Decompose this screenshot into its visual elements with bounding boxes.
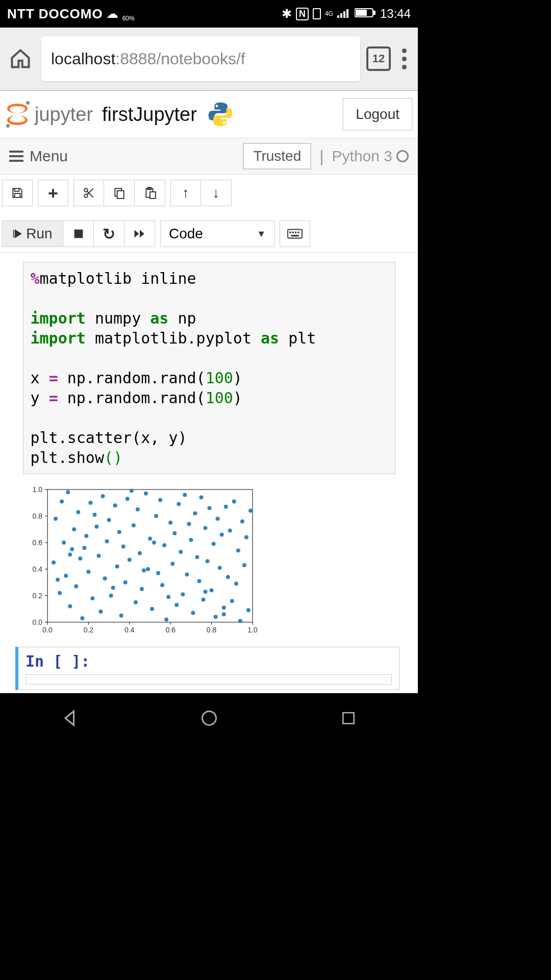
logout-button[interactable]: Logout <box>342 98 413 131</box>
svg-point-47 <box>60 499 64 503</box>
svg-point-66 <box>103 576 107 580</box>
code-input[interactable]: %matplotlib inline import numpy as np im… <box>23 262 395 474</box>
move-up-button[interactable]: ↑ <box>170 180 201 206</box>
empty-code-input[interactable] <box>26 674 392 684</box>
kernel-idle-icon <box>396 150 409 162</box>
svg-point-52 <box>70 547 74 551</box>
svg-point-135 <box>129 489 133 493</box>
url-rest: :8888/notebooks/f <box>115 50 245 68</box>
svg-point-134 <box>111 585 115 590</box>
vibrate-icon <box>313 8 321 19</box>
home-button[interactable] <box>6 44 35 73</box>
svg-point-83 <box>143 492 147 496</box>
svg-point-126 <box>238 619 242 623</box>
add-cell-button[interactable]: + <box>38 180 68 206</box>
svg-point-144 <box>202 712 216 725</box>
svg-point-114 <box>213 615 217 619</box>
browser-bar: localhost:8888/notebooks/f 12 <box>0 28 418 91</box>
svg-point-133 <box>92 512 96 517</box>
svg-text:0.4: 0.4 <box>32 565 42 573</box>
signal-icon <box>337 7 350 21</box>
svg-point-136 <box>141 569 145 573</box>
run-button[interactable]: Run <box>2 220 63 247</box>
svg-point-61 <box>90 596 94 600</box>
toolbar: + ↑ ↓ Run <box>0 175 418 253</box>
svg-point-139 <box>187 522 191 526</box>
svg-text:0.8: 0.8 <box>206 626 216 634</box>
code-cell[interactable]: %matplotlib inline import numpy as np im… <box>23 262 395 638</box>
svg-point-58 <box>84 534 88 538</box>
svg-rect-15 <box>292 232 294 233</box>
paste-button[interactable] <box>135 180 165 206</box>
bluetooth-icon: ✱ <box>282 7 292 21</box>
svg-point-124 <box>234 582 238 586</box>
empty-code-cell[interactable]: In [ ]: <box>15 647 399 690</box>
svg-rect-1 <box>356 10 367 16</box>
notebook-title[interactable]: firstJupyter <box>102 104 197 126</box>
trusted-button[interactable]: Trusted <box>243 143 311 169</box>
menu-button[interactable]: Menu <box>9 148 68 165</box>
menubar: Menu Trusted | Python 3 <box>0 138 418 175</box>
svg-point-113 <box>211 542 215 546</box>
restart-button[interactable]: ↻ <box>94 220 124 247</box>
address-bar[interactable]: localhost:8888/notebooks/f <box>41 36 360 81</box>
svg-text:1.0: 1.0 <box>32 485 42 494</box>
svg-point-96 <box>174 603 179 607</box>
svg-point-103 <box>191 611 195 615</box>
svg-point-116 <box>217 566 221 570</box>
svg-point-121 <box>228 529 232 533</box>
status-bar: NTT DOCOMO ☁ 60% ✱ N 4G 13:44 <box>0 0 418 28</box>
back-button[interactable] <box>59 707 81 729</box>
carrier-label: NTT DOCOMO <box>7 6 103 22</box>
overflow-menu-button[interactable] <box>397 43 412 75</box>
notebook-header: jupyter firstJupyter Logout <box>0 91 418 138</box>
svg-point-49 <box>64 574 68 578</box>
svg-point-98 <box>179 550 183 554</box>
svg-point-127 <box>240 519 244 523</box>
svg-point-118 <box>221 605 226 609</box>
url-host: localhost <box>51 50 115 68</box>
celltype-select[interactable]: Code ▼ <box>160 220 274 247</box>
home-nav-button[interactable] <box>198 707 220 729</box>
svg-point-130 <box>246 608 250 612</box>
battery-icon <box>355 7 376 21</box>
svg-point-44 <box>52 560 56 565</box>
restart-run-all-button[interactable] <box>124 220 155 247</box>
svg-point-50 <box>66 490 70 494</box>
svg-point-111 <box>207 506 211 510</box>
weather-percent: 60% <box>122 15 135 22</box>
svg-point-64 <box>98 609 103 614</box>
svg-point-115 <box>215 517 219 521</box>
svg-point-137 <box>152 541 156 545</box>
svg-text:0.0: 0.0 <box>32 618 42 626</box>
svg-point-129 <box>244 535 248 540</box>
jupyter-logo[interactable]: jupyter <box>5 102 93 127</box>
save-button[interactable] <box>2 180 33 206</box>
hamburger-icon <box>9 151 23 162</box>
svg-rect-19 <box>47 489 253 622</box>
copy-button[interactable] <box>104 180 135 206</box>
svg-point-3 <box>216 105 218 107</box>
interrupt-button[interactable] <box>63 220 94 247</box>
svg-rect-16 <box>295 232 296 233</box>
svg-point-51 <box>68 604 72 608</box>
svg-point-48 <box>62 541 66 545</box>
svg-point-91 <box>162 543 166 547</box>
svg-point-63 <box>96 554 101 558</box>
cell-prompt: In [ ]: <box>26 652 392 670</box>
svg-point-59 <box>86 570 90 574</box>
svg-point-73 <box>119 614 123 618</box>
svg-point-65 <box>101 494 105 498</box>
recents-button[interactable] <box>338 707 359 729</box>
cut-button[interactable] <box>73 180 104 206</box>
move-down-button[interactable]: ↓ <box>201 180 232 206</box>
kernel-indicator[interactable]: Python 3 <box>332 148 409 165</box>
svg-text:0.6: 0.6 <box>165 626 176 634</box>
tabs-button[interactable]: 12 <box>366 46 391 71</box>
command-palette-button[interactable] <box>280 220 310 247</box>
network-icon: 4G <box>325 10 333 17</box>
nfc-icon: N <box>296 8 309 20</box>
svg-point-132 <box>82 546 86 550</box>
svg-point-128 <box>242 563 246 567</box>
svg-rect-17 <box>297 232 299 233</box>
